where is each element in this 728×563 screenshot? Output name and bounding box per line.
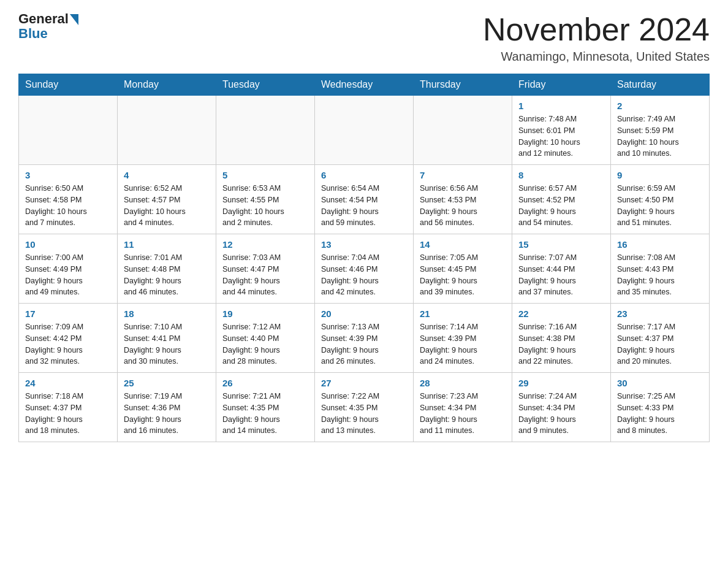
day-number: 13 [321,239,407,250]
day-number: 14 [420,239,506,250]
calendar-week-3: 10Sunrise: 7:00 AM Sunset: 4:49 PM Dayli… [19,234,710,304]
day-number: 24 [25,378,111,388]
calendar-cell: 25Sunrise: 7:19 AM Sunset: 4:36 PM Dayli… [118,373,216,442]
calendar-cell: 22Sunrise: 7:16 AM Sunset: 4:38 PM Dayli… [512,304,611,373]
calendar-cell: 24Sunrise: 7:18 AM Sunset: 4:37 PM Dayli… [19,373,118,442]
day-number: 12 [222,239,308,250]
day-detail: Sunrise: 7:19 AM Sunset: 4:36 PM Dayligh… [124,391,210,437]
day-detail: Sunrise: 7:25 AM Sunset: 4:33 PM Dayligh… [617,391,703,437]
day-detail: Sunrise: 6:56 AM Sunset: 4:53 PM Dayligh… [420,183,506,229]
day-number: 23 [617,308,703,319]
day-detail: Sunrise: 7:03 AM Sunset: 4:47 PM Dayligh… [222,252,308,298]
weekday-header-wednesday: Wednesday [315,74,414,96]
calendar-header: SundayMondayTuesdayWednesdayThursdayFrid… [19,74,710,96]
calendar-week-4: 17Sunrise: 7:09 AM Sunset: 4:42 PM Dayli… [19,304,710,373]
day-detail: Sunrise: 7:24 AM Sunset: 4:34 PM Dayligh… [518,391,604,437]
day-number: 17 [25,308,111,319]
calendar-cell: 14Sunrise: 7:05 AM Sunset: 4:45 PM Dayli… [414,234,512,304]
calendar-cell: 19Sunrise: 7:12 AM Sunset: 4:40 PM Dayli… [216,304,315,373]
page-header: General Blue November 2024 Wanamingo, Mi… [18,12,710,64]
day-number: 21 [420,308,506,319]
weekday-header-row: SundayMondayTuesdayWednesdayThursdayFrid… [19,74,710,96]
day-number: 7 [420,170,506,180]
calendar-cell: 16Sunrise: 7:08 AM Sunset: 4:43 PM Dayli… [611,234,710,304]
day-detail: Sunrise: 7:07 AM Sunset: 4:44 PM Dayligh… [518,252,604,298]
day-detail: Sunrise: 7:13 AM Sunset: 4:39 PM Dayligh… [321,321,407,367]
calendar-cell: 17Sunrise: 7:09 AM Sunset: 4:42 PM Dayli… [19,304,118,373]
day-detail: Sunrise: 7:10 AM Sunset: 4:41 PM Dayligh… [124,321,210,367]
day-number: 6 [321,170,407,180]
calendar-cell [414,96,512,165]
calendar-cell: 29Sunrise: 7:24 AM Sunset: 4:34 PM Dayli… [512,373,611,442]
logo-arrow-icon [70,14,78,25]
calendar-cell [19,96,118,165]
calendar-cell: 21Sunrise: 7:14 AM Sunset: 4:39 PM Dayli… [414,304,512,373]
calendar-cell: 15Sunrise: 7:07 AM Sunset: 4:44 PM Dayli… [512,234,611,304]
day-number: 11 [124,239,210,250]
day-number: 3 [25,170,111,180]
calendar-cell: 10Sunrise: 7:00 AM Sunset: 4:49 PM Dayli… [19,234,118,304]
day-number: 28 [420,378,506,388]
day-number: 26 [222,378,308,388]
weekday-header-friday: Friday [512,74,611,96]
calendar-cell: 18Sunrise: 7:10 AM Sunset: 4:41 PM Dayli… [118,304,216,373]
day-number: 5 [222,170,308,180]
calendar-cell [216,96,315,165]
day-detail: Sunrise: 6:50 AM Sunset: 4:58 PM Dayligh… [25,183,111,229]
day-number: 4 [124,170,210,180]
calendar-week-2: 3Sunrise: 6:50 AM Sunset: 4:58 PM Daylig… [19,165,710,234]
day-detail: Sunrise: 7:17 AM Sunset: 4:37 PM Dayligh… [617,321,703,367]
day-number: 15 [518,239,604,250]
day-detail: Sunrise: 7:23 AM Sunset: 4:34 PM Dayligh… [420,391,506,437]
calendar-cell: 2Sunrise: 7:49 AM Sunset: 5:59 PM Daylig… [611,96,710,165]
day-detail: Sunrise: 7:08 AM Sunset: 4:43 PM Dayligh… [617,252,703,298]
logo-blue: Blue [18,26,48,42]
calendar-cell: 9Sunrise: 6:59 AM Sunset: 4:50 PM Daylig… [611,165,710,234]
day-detail: Sunrise: 7:05 AM Sunset: 4:45 PM Dayligh… [420,252,506,298]
day-detail: Sunrise: 6:53 AM Sunset: 4:55 PM Dayligh… [222,183,308,229]
calendar-cell: 3Sunrise: 6:50 AM Sunset: 4:58 PM Daylig… [19,165,118,234]
calendar-cell: 8Sunrise: 6:57 AM Sunset: 4:52 PM Daylig… [512,165,611,234]
day-number: 2 [617,101,703,111]
calendar-cell: 27Sunrise: 7:22 AM Sunset: 4:35 PM Dayli… [315,373,414,442]
day-detail: Sunrise: 6:54 AM Sunset: 4:54 PM Dayligh… [321,183,407,229]
logo-general: General [18,12,69,26]
logo: General Blue [18,12,78,42]
weekday-header-sunday: Sunday [19,74,118,96]
weekday-header-thursday: Thursday [414,74,512,96]
calendar-cell: 23Sunrise: 7:17 AM Sunset: 4:37 PM Dayli… [611,304,710,373]
day-number: 10 [25,239,111,250]
day-detail: Sunrise: 7:16 AM Sunset: 4:38 PM Dayligh… [518,321,604,367]
day-number: 25 [124,378,210,388]
calendar-cell: 6Sunrise: 6:54 AM Sunset: 4:54 PM Daylig… [315,165,414,234]
day-number: 30 [617,378,703,388]
calendar-cell: 4Sunrise: 6:52 AM Sunset: 4:57 PM Daylig… [118,165,216,234]
day-detail: Sunrise: 7:09 AM Sunset: 4:42 PM Dayligh… [25,321,111,367]
calendar-cell: 20Sunrise: 7:13 AM Sunset: 4:39 PM Dayli… [315,304,414,373]
day-number: 29 [518,378,604,388]
day-detail: Sunrise: 7:21 AM Sunset: 4:35 PM Dayligh… [222,391,308,437]
day-number: 9 [617,170,703,180]
calendar-week-5: 24Sunrise: 7:18 AM Sunset: 4:37 PM Dayli… [19,373,710,442]
calendar-cell: 12Sunrise: 7:03 AM Sunset: 4:47 PM Dayli… [216,234,315,304]
calendar-cell: 7Sunrise: 6:56 AM Sunset: 4:53 PM Daylig… [414,165,512,234]
day-detail: Sunrise: 7:14 AM Sunset: 4:39 PM Dayligh… [420,321,506,367]
day-detail: Sunrise: 6:52 AM Sunset: 4:57 PM Dayligh… [124,183,210,229]
day-detail: Sunrise: 7:49 AM Sunset: 5:59 PM Dayligh… [617,113,703,159]
day-detail: Sunrise: 6:59 AM Sunset: 4:50 PM Dayligh… [617,183,703,229]
calendar-table: SundayMondayTuesdayWednesdayThursdayFrid… [18,74,710,442]
day-number: 27 [321,378,407,388]
day-number: 1 [518,101,604,111]
calendar-cell: 1Sunrise: 7:48 AM Sunset: 6:01 PM Daylig… [512,96,611,165]
calendar-cell: 13Sunrise: 7:04 AM Sunset: 4:46 PM Dayli… [315,234,414,304]
calendar-body: 1Sunrise: 7:48 AM Sunset: 6:01 PM Daylig… [19,96,710,442]
calendar-cell: 11Sunrise: 7:01 AM Sunset: 4:48 PM Dayli… [118,234,216,304]
day-detail: Sunrise: 7:18 AM Sunset: 4:37 PM Dayligh… [25,391,111,437]
calendar-cell: 5Sunrise: 6:53 AM Sunset: 4:55 PM Daylig… [216,165,315,234]
day-number: 22 [518,308,604,319]
day-number: 19 [222,308,308,319]
day-detail: Sunrise: 7:22 AM Sunset: 4:35 PM Dayligh… [321,391,407,437]
day-detail: Sunrise: 7:12 AM Sunset: 4:40 PM Dayligh… [222,321,308,367]
title-block: November 2024 Wanamingo, Minnesota, Unit… [483,12,710,64]
location: Wanamingo, Minnesota, United States [483,50,710,64]
